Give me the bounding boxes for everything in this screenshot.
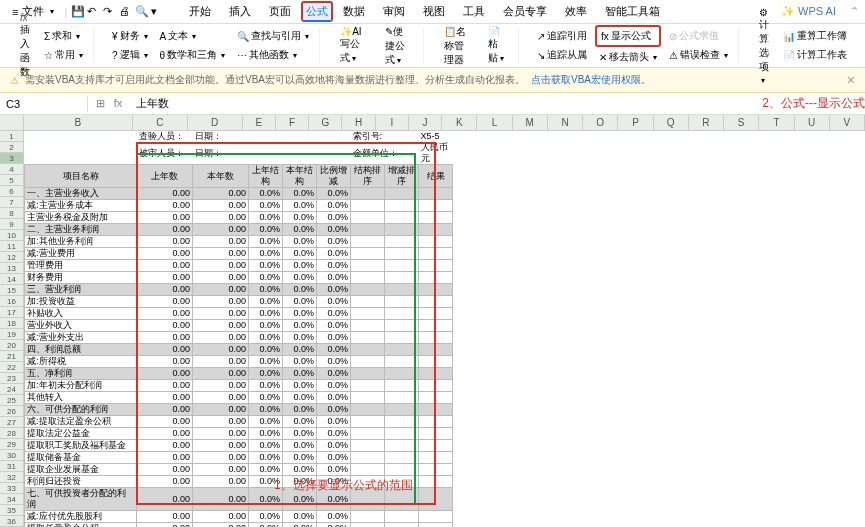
row-header[interactable]: 18 xyxy=(0,318,24,329)
qat-preview-icon[interactable]: 🔍 xyxy=(135,5,149,19)
sum-button[interactable]: Σ 求和▾ xyxy=(40,27,87,45)
row-header[interactable]: 5 xyxy=(0,175,24,186)
table-row[interactable]: 提取法定公益金0.000.000.0%0.0%0.0% xyxy=(25,428,453,440)
row-header[interactable]: 21 xyxy=(0,351,24,362)
row-header[interactable]: 3 xyxy=(0,153,24,164)
row-header[interactable]: 9 xyxy=(0,219,24,230)
table-row[interactable]: 其他转入0.000.000.0%0.0%0.0% xyxy=(25,392,453,404)
row-header[interactable]: 34 xyxy=(0,494,24,505)
table-row[interactable]: 补贴收入0.000.000.0%0.0%0.0% xyxy=(25,308,453,320)
table-row[interactable]: 主营业务税金及附加0.000.000.0%0.0%0.0% xyxy=(25,212,453,224)
col-header[interactable]: V xyxy=(830,115,865,130)
row-header[interactable]: 7 xyxy=(0,197,24,208)
col-header[interactable]: B xyxy=(24,115,134,130)
col-header[interactable]: Q xyxy=(654,115,689,130)
row-header[interactable]: 15 xyxy=(0,285,24,296)
row-header[interactable]: 19 xyxy=(0,329,24,340)
row-header[interactable]: 24 xyxy=(0,384,24,395)
wps-ai-button[interactable]: ✨ WPS AI xyxy=(773,3,844,20)
col-header[interactable]: T xyxy=(759,115,794,130)
table-row[interactable]: 减:所得税0.000.000.0%0.0%0.0% xyxy=(25,356,453,368)
row-header[interactable]: 33 xyxy=(0,483,24,494)
row-header[interactable]: 22 xyxy=(0,362,24,373)
row-header[interactable]: 30 xyxy=(0,450,24,461)
select-all-corner[interactable] xyxy=(0,115,24,130)
more-fn-button[interactable]: ⋯ 其他函数▾ xyxy=(233,46,313,64)
row-header[interactable]: 20 xyxy=(0,340,24,351)
row-header[interactable]: 4 xyxy=(0,164,24,175)
tab-member[interactable]: 会员专享 xyxy=(495,2,555,21)
row-header[interactable]: 31 xyxy=(0,461,24,472)
insert-function-button[interactable]: fx 插入函数 xyxy=(14,10,36,81)
row-header[interactable]: 27 xyxy=(0,417,24,428)
table-row[interactable]: 四、利润总额0.000.000.0%0.0%0.0% xyxy=(25,344,453,356)
tab-smart[interactable]: 智能工具箱 xyxy=(597,2,668,21)
col-header[interactable]: N xyxy=(548,115,583,130)
row-header[interactable]: 29 xyxy=(0,439,24,450)
col-header[interactable]: G xyxy=(309,115,342,130)
row-header[interactable]: 17 xyxy=(0,307,24,318)
formula-input[interactable]: 上年数 xyxy=(130,94,702,113)
row-header[interactable]: 10 xyxy=(0,230,24,241)
convenient-button[interactable]: ✎便捷公式▾ xyxy=(379,23,417,69)
show-formula-button[interactable]: fx 显示公式 xyxy=(595,25,661,47)
table-row[interactable]: 提取任意盈余公积0.000.000.0%0.0%0.0% xyxy=(25,523,453,528)
row-header[interactable]: 26 xyxy=(0,406,24,417)
table-row[interactable]: 一、主营业务收入0.000.000.0%0.0%0.0% xyxy=(25,188,453,200)
table-row[interactable]: 加:其他业务利润0.000.000.0%0.0%0.0% xyxy=(25,236,453,248)
table-row[interactable]: 减:营业外支出0.000.000.0%0.0%0.0% xyxy=(25,332,453,344)
table-row[interactable]: 加:投资收益0.000.000.0%0.0%0.0% xyxy=(25,296,453,308)
col-header[interactable]: J xyxy=(409,115,442,130)
table-row[interactable]: 三、营业利润0.000.000.0%0.0%0.0% xyxy=(25,284,453,296)
tab-view[interactable]: 视图 xyxy=(415,2,453,21)
table-row[interactable]: 管理费用0.000.000.0%0.0%0.0% xyxy=(25,260,453,272)
trace-dependent-button[interactable]: ↘ 追踪从属 xyxy=(533,46,591,64)
row-header[interactable]: 16 xyxy=(0,296,24,307)
col-header[interactable]: I xyxy=(376,115,409,130)
paste-button[interactable]: 📄粘贴▾ xyxy=(482,24,512,67)
table-row[interactable]: 提取职工奖励及福利基金0.000.000.0%0.0%0.0% xyxy=(25,440,453,452)
col-header[interactable]: D xyxy=(188,115,243,130)
table-row[interactable]: 五、净利润0.000.000.0%0.0%0.0% xyxy=(25,368,453,380)
name-box[interactable]: C3 xyxy=(0,96,88,112)
table-row[interactable]: 六、可供分配的利润0.000.000.0%0.0%0.0% xyxy=(25,404,453,416)
qat-more-icon[interactable]: ▾ xyxy=(151,5,165,19)
qat-undo-icon[interactable]: ↶ xyxy=(87,5,101,19)
table-row[interactable]: 提取储备基金0.000.000.0%0.0%0.0% xyxy=(25,452,453,464)
col-header[interactable]: L xyxy=(477,115,512,130)
row-header[interactable]: 35 xyxy=(0,505,24,516)
close-notice-button[interactable]: × xyxy=(847,72,855,88)
row-header[interactable]: 8 xyxy=(0,208,24,219)
table-row[interactable]: 减:提取法定盈余公积0.000.000.0%0.0%0.0% xyxy=(25,416,453,428)
col-header[interactable]: U xyxy=(795,115,830,130)
trace-precedent-button[interactable]: ↗ 追踪引用 xyxy=(533,27,591,45)
table-row[interactable]: 减:营业费用0.000.000.0%0.0%0.0% xyxy=(25,248,453,260)
tab-start[interactable]: 开始 xyxy=(181,2,219,21)
row-header[interactable]: 32 xyxy=(0,472,24,483)
tab-insert[interactable]: 插入 xyxy=(221,2,259,21)
row-header[interactable]: 11 xyxy=(0,241,24,252)
table-row[interactable]: 财务费用0.000.000.0%0.0%0.0% xyxy=(25,272,453,284)
col-header[interactable]: M xyxy=(513,115,548,130)
tab-review[interactable]: 审阅 xyxy=(375,2,413,21)
fx-button[interactable]: fx xyxy=(110,97,126,110)
qat-save-icon[interactable]: 💾 xyxy=(71,5,85,19)
row-header[interactable]: 36 xyxy=(0,516,24,527)
tab-data[interactable]: 数据 xyxy=(335,2,373,21)
table-row[interactable]: 二、主营业务利润0.000.000.0%0.0%0.0% xyxy=(25,224,453,236)
notice-link[interactable]: 点击获取VBA宏使用权限。 xyxy=(531,73,651,87)
ai-formula-button[interactable]: ✨AI 写公式▾ xyxy=(334,24,375,67)
col-header[interactable]: E xyxy=(243,115,276,130)
col-header[interactable]: S xyxy=(724,115,759,130)
row-header[interactable]: 14 xyxy=(0,274,24,285)
finance-button[interactable]: ¥ 财务▾ xyxy=(108,27,152,45)
name-manager-button[interactable]: 📋名称管理器 xyxy=(438,23,479,69)
qat-redo-icon[interactable]: ↷ xyxy=(103,5,117,19)
row-header[interactable]: 25 xyxy=(0,395,24,406)
formula-eval-button[interactable]: ⊘ 公式求值 xyxy=(665,27,732,45)
calc-options-button[interactable]: ⚙计算选项▾ xyxy=(753,5,775,87)
calc-sheet-button[interactable]: 📄 计算工作表 xyxy=(779,46,851,64)
tab-formula[interactable]: 公式 xyxy=(301,1,333,22)
logic-button[interactable]: ? 逻辑▾ xyxy=(108,46,152,64)
row-header[interactable]: 1 xyxy=(0,131,24,142)
